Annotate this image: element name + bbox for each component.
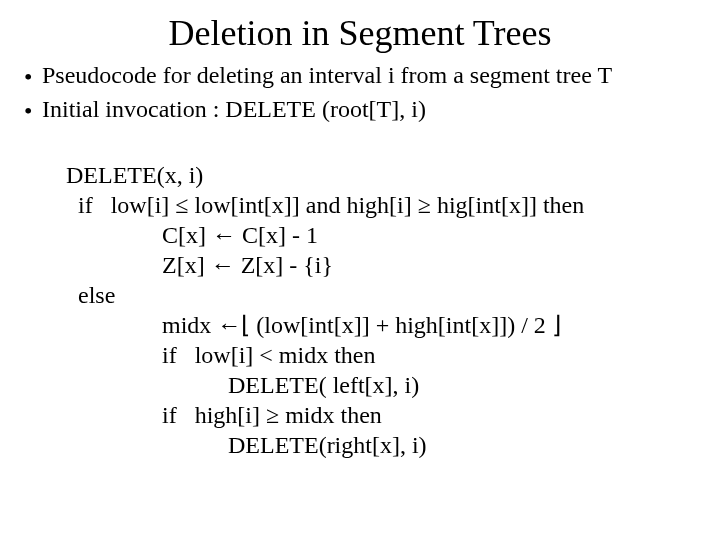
slide: Deletion in Segment Trees • Pseudocode f… <box>0 0 720 540</box>
code-line: C[x] ← C[x] - 1 <box>66 222 318 248</box>
bullet-item: • Initial invocation : DELETE (root[T], … <box>24 94 716 126</box>
bullet-dot-icon: • <box>24 60 42 92</box>
code-line: DELETE( left[x], i) <box>66 372 419 398</box>
code-line: else <box>66 282 115 308</box>
pseudocode-block: DELETE(x, i) if low[i] ≤ low[int[x]] and… <box>0 128 720 490</box>
code-line: if high[i] ≥ midx then <box>66 402 382 428</box>
code-line: midx ←⌊ (low[int[x]] + high[int[x]]) / 2… <box>66 312 561 338</box>
bullet-text: Initial invocation : DELETE (root[T], i) <box>42 94 716 124</box>
code-line: DELETE(right[x], i) <box>66 432 427 458</box>
bullet-list: • Pseudocode for deleting an interval i … <box>0 60 720 126</box>
code-line: if low[i] < midx then <box>66 342 376 368</box>
bullet-dot-icon: • <box>24 94 42 126</box>
bullet-text: Pseudocode for deleting an interval i fr… <box>42 60 716 90</box>
code-line: DELETE(x, i) <box>66 162 203 188</box>
slide-title: Deletion in Segment Trees <box>0 0 720 60</box>
code-line: Z[x] ← Z[x] - {i} <box>66 252 333 278</box>
code-line: if low[i] ≤ low[int[x]] and high[i] ≥ hi… <box>66 192 584 218</box>
bullet-item: • Pseudocode for deleting an interval i … <box>24 60 716 92</box>
